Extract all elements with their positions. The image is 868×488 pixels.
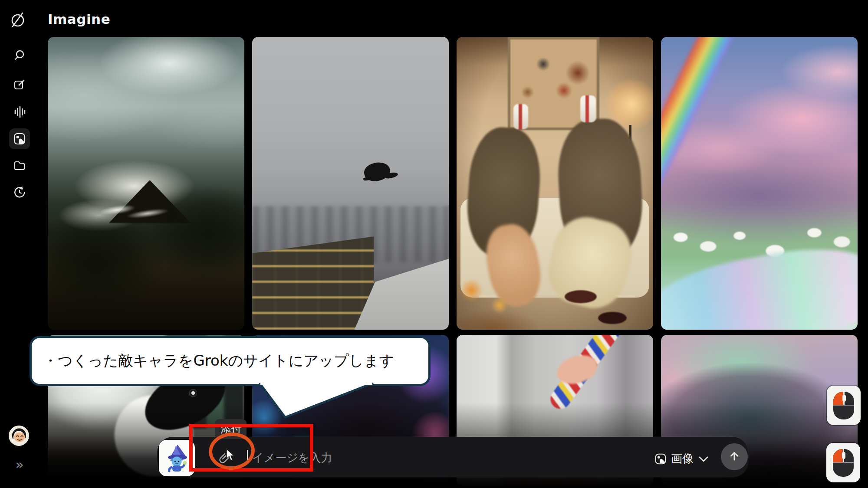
mouse-click-sticker (826, 443, 860, 482)
sidebar-files-button[interactable] (9, 155, 30, 176)
gallery-item-turkey-men[interactable] (457, 37, 653, 330)
annotation-speech-bubble: ・つくった敵キャラをGrokのサイトにアップします (30, 336, 431, 386)
sidebar-compose-button[interactable] (9, 74, 30, 95)
speech-bubble-tail (255, 383, 381, 424)
send-button[interactable] (721, 443, 748, 470)
gallery-item-rainbow-unicorns[interactable] (661, 37, 858, 330)
gallery-item-storm-treehouse[interactable] (48, 37, 244, 330)
sidebar-history-button[interactable] (9, 182, 30, 203)
mouse-cursor (225, 449, 237, 464)
mode-selector-label[interactable]: 画像 (671, 451, 694, 466)
gallery-item-fog-jump[interactable] (252, 37, 449, 330)
compose-icon (13, 78, 26, 91)
mouse-click-sticker (827, 386, 861, 425)
sidebar-imagine-button[interactable] (9, 128, 30, 149)
sidebar-voice-button[interactable] (9, 102, 30, 122)
chevron-down-icon[interactable] (698, 456, 709, 464)
image-mode-icon (654, 453, 667, 467)
folder-icon (13, 159, 26, 172)
grok-imagine-app: » Imagine イメージを入力 画像 添付 (0, 0, 868, 488)
sidebar-expand-button[interactable]: » (9, 456, 30, 473)
waveform-icon (13, 105, 26, 118)
search-icon (13, 49, 26, 62)
page-title: Imagine (48, 11, 110, 27)
history-icon (13, 186, 26, 199)
mouse-icon (833, 392, 854, 419)
sidebar-search-button[interactable] (9, 45, 30, 66)
imagine-icon (13, 132, 26, 145)
mouse-icon (833, 449, 854, 477)
arrow-up-icon (727, 449, 741, 465)
user-avatar[interactable] (8, 425, 30, 448)
annotation-text: ・つくった敵キャラをGrokのサイトにアップします (43, 351, 394, 371)
